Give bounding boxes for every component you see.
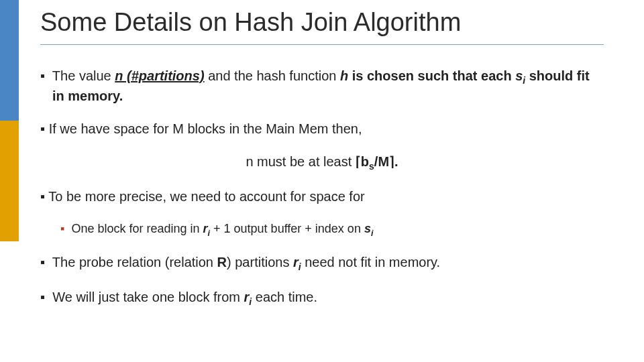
title-underline (40, 44, 604, 45)
s-subscript: i (371, 228, 374, 237)
ceil-right: ⌉ (389, 154, 394, 169)
bullet-4: The probe relation (relation R) partitio… (40, 253, 604, 274)
ceil-left: ⌈ (356, 154, 361, 169)
relation-R: R (217, 255, 227, 269)
period: . (394, 154, 398, 169)
r-var: r (293, 255, 299, 269)
over-m: /M (374, 154, 389, 169)
text: We will just take one block from (52, 290, 244, 304)
r-var: r (203, 222, 208, 235)
text: The value (52, 68, 115, 83)
n-partitions: n (#partitions) (115, 68, 204, 83)
bullet-3a: One block for reading in ri + 1 output b… (40, 221, 604, 239)
text: + 1 output buffer + index on (210, 222, 364, 235)
slide-body: The value n (#partitions) and the hash f… (40, 67, 604, 323)
bullet-5: We will just take one block from ri each… (40, 288, 604, 308)
sidebar-blue-bar (0, 0, 19, 121)
slide-title: Some Details on Hash Join Algorithm (40, 8, 461, 37)
text: ) partitions (227, 255, 293, 269)
bullet-3: To be more precise, we need to account f… (40, 188, 604, 206)
decorative-sidebar (0, 0, 19, 362)
text: The probe relation (relation (52, 255, 217, 269)
text: need not fit in memory. (301, 255, 441, 269)
equation: n must be at least ⌈bs/M⌉. (40, 153, 604, 173)
b-subscript: s (369, 161, 374, 172)
text: is chosen such that each (348, 68, 515, 83)
hash-fn-h: h (340, 68, 348, 83)
b-var: b (361, 154, 369, 169)
text: One block for reading in (71, 222, 203, 235)
s-var: s (364, 222, 371, 235)
text: each time. (252, 290, 317, 304)
text: n must be at least (246, 154, 355, 169)
s-var: s (515, 68, 523, 83)
bullet-1: The value n (#partitions) and the hash f… (40, 67, 604, 105)
bullet-2: If we have space for M blocks in the Mai… (40, 120, 604, 138)
sidebar-yellow-bar (0, 121, 19, 241)
text: and the hash function (205, 68, 340, 83)
